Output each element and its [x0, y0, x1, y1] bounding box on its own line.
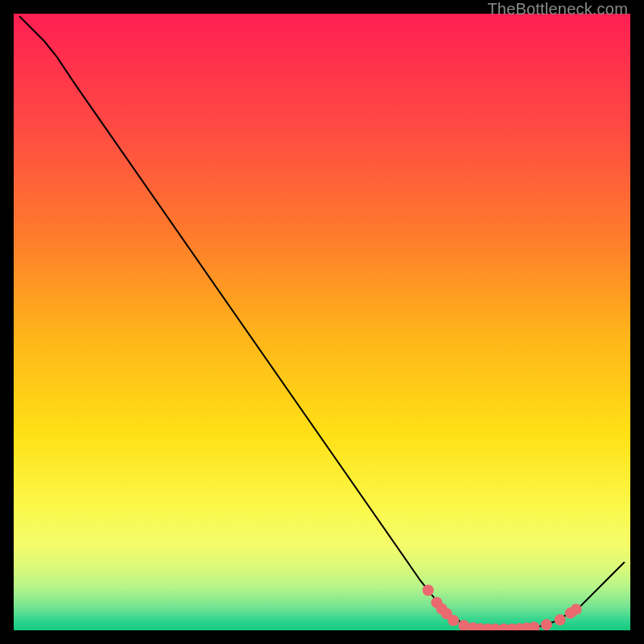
watermark-text: TheBottleneck.com — [487, 0, 628, 19]
chart-background — [14, 14, 630, 630]
marker-dot — [423, 584, 434, 596]
marker-dot — [448, 615, 459, 626]
marker-dot — [555, 614, 566, 625]
marker-dot — [571, 604, 582, 615]
marker-dot — [541, 619, 552, 630]
chart-frame — [14, 14, 630, 630]
bottleneck-chart — [14, 14, 630, 630]
